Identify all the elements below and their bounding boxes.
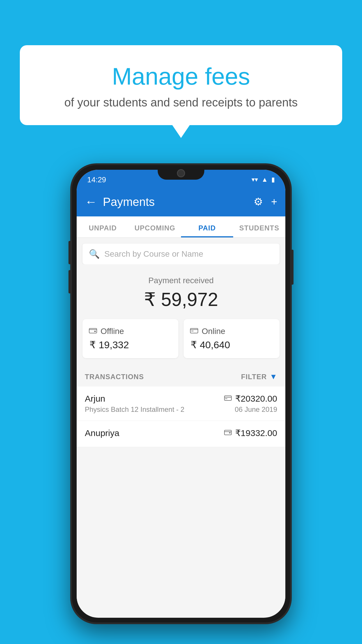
speech-bubble: Manage fees of your students and send re…	[20, 45, 342, 125]
card-payment-icon	[224, 394, 232, 403]
payment-cards: Offline ₹ 19,332	[82, 319, 280, 358]
transactions-label: TRANSACTIONS	[85, 373, 144, 381]
payment-summary: Payment received ₹ 59,972	[77, 264, 285, 319]
app-bar-title: Payments	[103, 195, 248, 209]
payment-total-amount: ₹ 59,972	[82, 289, 280, 310]
filter-icon: ▼	[270, 372, 277, 381]
settings-icon[interactable]: ⚙	[254, 196, 263, 208]
status-time: 14:29	[87, 175, 106, 184]
tab-upcoming[interactable]: UPCOMING	[129, 216, 181, 237]
transaction-amount: ₹19332.00	[235, 428, 277, 438]
transaction-top: Arjun ₹20320.00	[85, 393, 277, 404]
search-bar[interactable]: 🔍 Search by Course or Name	[82, 244, 280, 264]
transaction-amount: ₹20320.00	[235, 393, 277, 404]
battery-icon: ▮	[271, 176, 275, 183]
status-icons: ▾▾ ▲ ▮	[252, 176, 275, 183]
content-area: 🔍 Search by Course or Name Payment recei…	[77, 238, 285, 617]
svg-rect-0	[89, 328, 97, 333]
filter-area[interactable]: FILTER ▼	[241, 372, 277, 381]
power-button	[291, 250, 294, 285]
transaction-desc: Physics Batch 12 Installment - 2	[85, 405, 184, 414]
offline-card: Offline ₹ 19,332	[82, 319, 178, 358]
online-icon	[190, 327, 198, 336]
volume-down-button	[68, 270, 71, 293]
search-icon: 🔍	[89, 249, 100, 259]
phone-device: 14:29 ▾▾ ▲ ▮ ← Payments ⚙ + UNPAID UPC	[70, 163, 292, 624]
tabs-bar: UNPAID UPCOMING PAID STUDENTS	[77, 216, 285, 238]
online-card-top: Online	[190, 327, 273, 336]
online-amount: ₹ 40,640	[191, 339, 273, 351]
table-row[interactable]: Anupriya ₹19332.00	[77, 421, 285, 447]
transaction-top: Anupriya ₹19332.00	[85, 428, 277, 438]
svg-rect-5	[225, 398, 227, 399]
svg-rect-1	[94, 331, 96, 332]
phone-shell: 14:29 ▾▾ ▲ ▮ ← Payments ⚙ + UNPAID UPC	[70, 163, 292, 624]
search-input[interactable]: Search by Course or Name	[104, 249, 203, 259]
offline-label: Offline	[101, 327, 124, 336]
camera-icon	[177, 169, 185, 177]
app-bar: ← Payments ⚙ +	[77, 187, 285, 216]
online-label: Online	[202, 327, 225, 336]
tab-students[interactable]: STUDENTS	[233, 216, 285, 237]
phone-screen: 14:29 ▾▾ ▲ ▮ ← Payments ⚙ + UNPAID UPC	[77, 170, 285, 618]
offline-card-top: Offline	[89, 327, 172, 336]
phone-notch	[158, 165, 204, 180]
transaction-name: Anupriya	[85, 428, 119, 438]
offline-amount: ₹ 19,332	[89, 339, 172, 351]
transaction-bottom: Physics Batch 12 Installment - 2 06 June…	[85, 405, 277, 414]
svg-rect-3	[191, 331, 194, 331]
offline-icon	[89, 327, 97, 336]
app-bar-actions: ⚙ +	[254, 196, 277, 208]
cash-payment-icon	[224, 428, 232, 438]
tab-paid[interactable]: PAID	[181, 216, 233, 237]
volume-up-button	[68, 241, 71, 264]
online-card: Online ₹ 40,640	[184, 319, 280, 358]
transaction-name: Arjun	[85, 394, 105, 404]
svg-rect-4	[224, 396, 231, 400]
svg-rect-7	[229, 432, 231, 433]
transactions-header: TRANSACTIONS FILTER ▼	[77, 367, 285, 386]
svg-rect-2	[190, 328, 198, 333]
add-icon[interactable]: +	[271, 196, 277, 208]
filter-label: FILTER	[241, 373, 267, 381]
back-button[interactable]: ←	[85, 195, 97, 209]
speech-bubble-title: Manage fees	[31, 63, 331, 90]
wifi-icon: ▾▾	[252, 176, 258, 183]
transaction-right: ₹19332.00	[224, 428, 277, 438]
speech-bubble-subtitle: of your students and send receipts to pa…	[31, 96, 331, 109]
transaction-right: ₹20320.00	[224, 393, 277, 404]
transaction-date: 06 June 2019	[235, 405, 277, 414]
tab-unpaid[interactable]: UNPAID	[77, 216, 129, 237]
payment-received-label: Payment received	[82, 276, 280, 285]
table-row[interactable]: Arjun ₹20320.00	[77, 386, 285, 421]
signal-icon: ▲	[261, 176, 268, 183]
